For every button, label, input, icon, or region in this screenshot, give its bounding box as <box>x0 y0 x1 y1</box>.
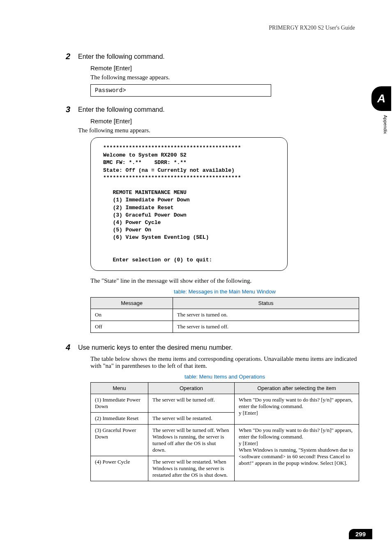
table2-caption: table: Menu Items and Operations <box>90 374 359 380</box>
table1-header-status: Status <box>173 298 359 309</box>
step-3-number: 3 <box>66 105 78 114</box>
step-3-command: Remote [Enter] <box>90 118 359 125</box>
step-3-after-text: The "State" line in the message will sho… <box>90 277 359 284</box>
step-3-row: 3 Enter the following command. <box>66 105 359 114</box>
table-row: (3) Graceful Power Down The server will … <box>91 425 359 456</box>
appendix-side-tab: A Appendix <box>371 86 392 169</box>
step-2-row: 2 Enter the following command. <box>66 52 359 61</box>
table2-header-after: Operation after selecting the item <box>235 383 359 394</box>
header-guide-title: PRIMERGY RX200 S2 User's Guide <box>66 25 355 31</box>
table2-r1c2: The server will be restarted. <box>148 413 235 425</box>
table2-r3c1: (4) Power Cycle <box>91 456 148 481</box>
table-row: Off The server is turned off. <box>91 321 359 333</box>
table-row: (1) Immediate Power Down The server will… <box>91 394 359 413</box>
table2-r1c1: (2) Immediate Reset <box>91 413 148 425</box>
table1-r0c1: On <box>91 309 173 321</box>
appendix-letter: A <box>371 86 391 111</box>
table2-r0c1: (1) Immediate Power Down <box>91 394 148 413</box>
step-2-content: Remote [Enter] The following message app… <box>90 65 359 97</box>
table1-r1c2: The server is turned off. <box>173 321 359 333</box>
messages-table: Message Status On The server is turned o… <box>90 297 359 333</box>
menu-items-table: Menu Operation Operation after selecting… <box>90 382 359 481</box>
page-number: 299 <box>349 529 372 539</box>
table1-r1c1: Off <box>91 321 173 333</box>
step-4-content: The table below shows the menu items and… <box>90 355 359 481</box>
step-4-body: The table below shows the menu items and… <box>90 355 359 369</box>
table1-caption: table: Messages in the Main Menu Window <box>90 289 359 295</box>
step-4-number: 4 <box>66 343 78 352</box>
step-3-content: Remote [Enter] The following menu appear… <box>90 118 359 333</box>
step-2-number: 2 <box>66 52 78 61</box>
table2-header-menu: Menu <box>91 383 148 394</box>
table2-r2c1: (3) Graceful Power Down <box>91 425 148 456</box>
table2-r0c2: The server will be turned off. <box>148 394 235 413</box>
table-header-row: Menu Operation Operation after selecting… <box>91 383 359 394</box>
table2-merged2: When "Do you really want to do this? [y/… <box>235 425 359 481</box>
step-4-title: Use numeric keys to enter the desired me… <box>78 343 233 351</box>
step-2-command: Remote [Enter] <box>90 65 359 72</box>
console-output: ****************************************… <box>90 137 288 271</box>
appendix-label: Appendix <box>383 115 388 134</box>
table2-r2c2: The server will be turned off. When Wind… <box>148 425 235 456</box>
table2-merged1: When "Do you really want to do this? [y/… <box>235 394 359 425</box>
table-row: On The server is turned on. <box>91 309 359 321</box>
step-2-message: The following message appears. <box>90 74 359 81</box>
table2-r3c2: The server will be restarted. When Windo… <box>148 456 235 481</box>
step-3-title: Enter the following command. <box>78 105 165 113</box>
step-4-row: 4 Use numeric keys to enter the desired … <box>66 343 359 352</box>
table-header-row: Message Status <box>91 298 359 309</box>
step-2-title: Enter the following command. <box>78 52 165 60</box>
table2-header-operation: Operation <box>148 383 235 394</box>
table1-header-message: Message <box>91 298 173 309</box>
step-3-message: The following menu appears. <box>78 127 359 134</box>
table1-r0c2: The server is turned on. <box>173 309 359 321</box>
step-2-codebox: Password> <box>90 84 271 97</box>
